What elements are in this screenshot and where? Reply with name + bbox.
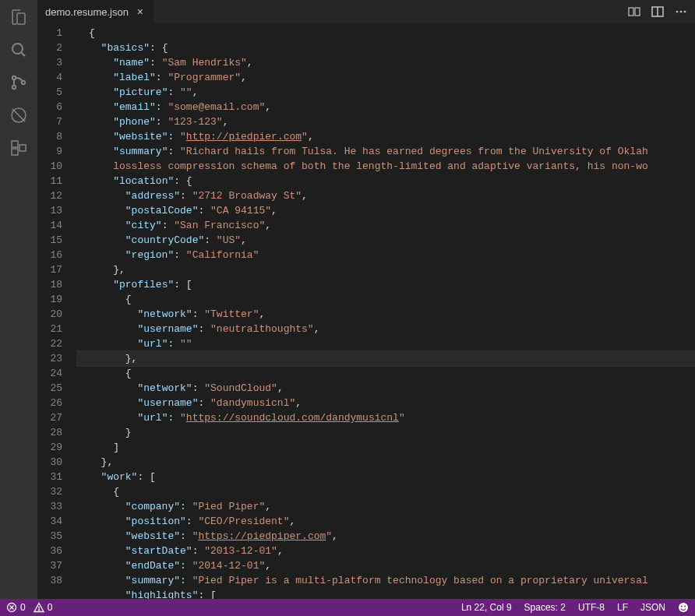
line-number: 15 (37, 233, 62, 248)
more-icon[interactable] (675, 5, 687, 18)
status-indent[interactable]: Spaces: 2 (524, 602, 566, 613)
svg-point-18 (38, 610, 39, 611)
line-number: 38 (37, 573, 62, 588)
code-line: "profiles": [ (76, 277, 695, 292)
svg-point-15 (684, 11, 686, 13)
status-cursor[interactable]: Ln 22, Col 9 (461, 602, 512, 613)
code-line: "website": "http://piedpier.com", (76, 129, 695, 144)
code-content[interactable]: { "basics": { "name": "Sam Hendriks", "l… (76, 23, 695, 599)
line-number: 1 (37, 26, 62, 40)
line-number: 2 (37, 40, 62, 55)
code-line: "location": { (76, 174, 695, 188)
explorer-icon[interactable] (9, 8, 28, 26)
code-line: "name": "Sam Hendriks", (76, 55, 695, 70)
code-line: { (76, 26, 695, 40)
line-number: 21 (37, 322, 62, 336)
line-number: 13 (37, 203, 62, 218)
svg-point-14 (680, 11, 683, 13)
svg-point-20 (681, 606, 683, 607)
feedback-icon[interactable] (678, 602, 689, 613)
code-line: "network": "Twitter", (76, 307, 695, 322)
svg-point-4 (22, 81, 25, 84)
line-number: 37 (37, 558, 62, 573)
status-warnings[interactable]: 0 (34, 602, 53, 613)
svg-rect-8 (19, 145, 26, 151)
line-number: 31 (37, 470, 62, 484)
code-line: "username": "neutralthoughts", (76, 322, 695, 336)
code-line: "work": [ (76, 470, 695, 484)
code-line: "postalCode": "CA 94115", (76, 203, 695, 218)
search-icon[interactable] (9, 40, 28, 59)
svg-rect-10 (635, 8, 640, 16)
svg-line-1 (21, 52, 25, 56)
code-line: "phone": "123-123", (76, 114, 695, 129)
line-number: 16 (37, 248, 62, 262)
line-number: 35 (37, 529, 62, 544)
debug-icon[interactable] (9, 106, 28, 125)
line-number: 26 (37, 396, 62, 410)
editor-tab[interactable]: demo.resume.json × (37, 0, 153, 23)
code-line: ] (76, 440, 695, 455)
main-area: demo.resume.json × 123456789101112131415… (0, 0, 695, 599)
line-number: 28 (37, 425, 62, 440)
line-number: 18 (37, 277, 62, 292)
line-number: 9 (37, 144, 62, 159)
code-line: "network": "SoundCloud", (76, 381, 695, 396)
svg-point-13 (676, 11, 679, 13)
code-line: "basics": { (76, 40, 695, 55)
line-number: 17 (37, 262, 62, 277)
line-number: 12 (37, 188, 62, 203)
extensions-icon[interactable] (9, 139, 28, 157)
close-icon[interactable]: × (135, 6, 146, 17)
status-eol[interactable]: LF (617, 602, 628, 613)
line-number: 29 (37, 440, 62, 455)
code-line: { (76, 484, 695, 499)
line-number: 4 (37, 70, 62, 85)
split-editor-icon[interactable] (651, 5, 664, 18)
status-encoding[interactable]: UTF-8 (578, 602, 605, 613)
code-line: }, (76, 262, 695, 277)
code-line: "startDate": "2013-12-01", (76, 544, 695, 558)
code-line: "summary": "Richard hails from Tulsa. He… (76, 144, 695, 159)
editor[interactable]: 1234567891011121314151617181920212223242… (37, 23, 695, 599)
code-line: "region": "California" (76, 248, 695, 262)
line-number: 14 (37, 218, 62, 233)
tab-actions (628, 5, 695, 18)
code-line: "countryCode": "US", (76, 233, 695, 248)
code-line: "website": "https://piedpiper.com", (76, 529, 695, 544)
code-line: "label": "Programmer", (76, 70, 695, 85)
line-number: 30 (37, 455, 62, 470)
code-line: "highlights": [ (76, 588, 695, 599)
source-control-icon[interactable] (9, 73, 28, 92)
status-warnings-count: 0 (48, 602, 53, 613)
code-line: "url": "https://soundcloud.com/dandymusi… (76, 410, 695, 425)
code-line: }, (76, 455, 695, 470)
svg-point-19 (679, 603, 688, 612)
svg-point-21 (684, 606, 686, 607)
code-line: "address": "2712 Broadway St", (76, 188, 695, 203)
svg-rect-6 (12, 141, 18, 147)
compare-icon[interactable] (628, 5, 640, 18)
code-line: "summary": "Pied Piper is a multi-platfo… (76, 573, 695, 588)
svg-rect-7 (12, 149, 18, 155)
code-line: "picture": "", (76, 85, 695, 100)
status-right: Ln 22, Col 9 Spaces: 2 UTF-8 LF JSON (461, 602, 689, 613)
activity-bar (0, 0, 37, 599)
status-errors[interactable]: 0 (6, 602, 26, 613)
status-language[interactable]: JSON (640, 602, 665, 613)
line-number: 6 (37, 100, 62, 114)
code-line: "company": "Pied Piper", (76, 499, 695, 514)
code-line: { (76, 366, 695, 381)
line-number: 20 (37, 307, 62, 322)
line-number: 7 (37, 114, 62, 129)
line-number: 11 (37, 174, 62, 188)
svg-point-3 (12, 86, 16, 89)
status-errors-count: 0 (20, 602, 26, 613)
code-line: { (76, 292, 695, 307)
line-number: 19 (37, 292, 62, 307)
line-number: 3 (37, 55, 62, 70)
line-number-gutter: 1234567891011121314151617181920212223242… (37, 23, 76, 599)
line-number: 36 (37, 544, 62, 558)
line-number: 8 (37, 129, 62, 144)
status-bar: 0 0 Ln 22, Col 9 Spaces: 2 UTF-8 LF JSON (0, 599, 695, 616)
